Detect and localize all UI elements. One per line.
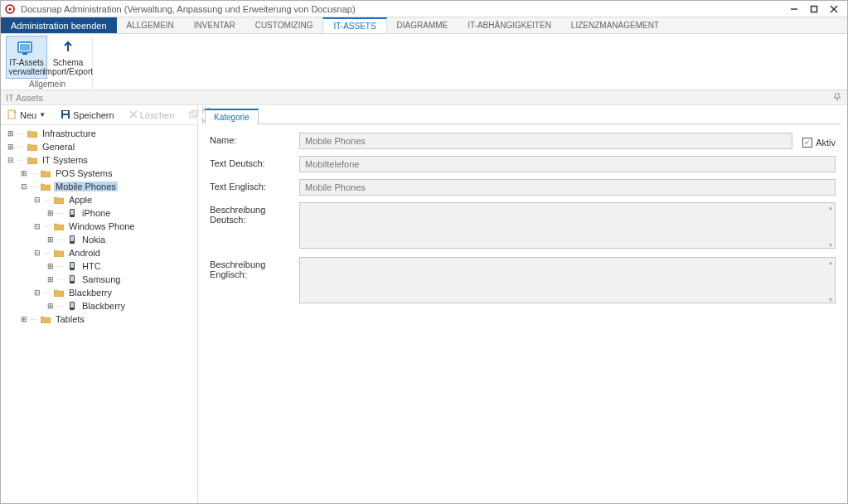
folder-icon: [53, 249, 65, 257]
expand-icon[interactable]: ⊞: [19, 315, 28, 324]
tree-item-label: Windows Phone: [67, 221, 137, 231]
desc-en-textarea[interactable]: [299, 257, 836, 303]
section-title: IT Assets: [6, 93, 43, 103]
tree-view[interactable]: ⊞⋯Infrastructure⊞⋯General⊟⋯IT Systems⊞⋯P…: [1, 125, 197, 503]
expand-icon[interactable]: ⊞: [6, 129, 15, 138]
tree-item[interactable]: ⊞⋯General: [2, 140, 196, 153]
collapse-icon[interactable]: ⊟: [6, 156, 15, 165]
ribbon-tab-inventar[interactable]: INVENTAR: [184, 17, 245, 33]
it-assets-verwalten-button[interactable]: IT-Assets verwalten: [6, 36, 47, 79]
pin-icon[interactable]: [834, 93, 841, 103]
expand-icon[interactable]: ⊞: [46, 235, 55, 245]
svg-rect-8: [22, 53, 27, 55]
ribbon-group-allgemein: IT-Assets verwalten Schema Import/Export…: [2, 36, 93, 90]
neu-button[interactable]: Neu ▼: [4, 108, 49, 123]
tab-kategorie[interactable]: Kategorie: [205, 109, 259, 124]
tree-item[interactable]: ⊟⋯Windows Phone: [2, 220, 196, 233]
folder-icon: [27, 129, 38, 138]
collapse-icon[interactable]: ⊟: [32, 222, 41, 231]
tree-item[interactable]: ⊟⋯IT Systems: [2, 153, 196, 167]
ribbon-tab-diagramme[interactable]: DIAGRAMME: [387, 17, 458, 33]
tree-item[interactable]: ⊞⋯HTC: [2, 259, 196, 273]
svg-rect-12: [63, 115, 68, 119]
collapse-icon[interactable]: ⊟: [32, 196, 41, 205]
app-icon: [4, 3, 16, 15]
collapse-icon[interactable]: ⊟: [19, 182, 28, 191]
maximize-button[interactable]: [804, 1, 824, 17]
name-input[interactable]: [299, 133, 792, 149]
speichern-label: Speichern: [73, 110, 114, 120]
class-icon: [66, 235, 78, 245]
class-icon: [66, 208, 78, 218]
speichern-button[interactable]: Speichern: [57, 108, 118, 123]
ribbon-tab-lizenzmanagement[interactable]: LIZENZMANAGEMENT: [561, 17, 669, 33]
manage-icon: [17, 38, 36, 58]
expand-icon[interactable]: ⊞: [46, 275, 55, 284]
expand-icon[interactable]: ⊞: [46, 262, 55, 271]
text-de-label: Text Deutsch:: [210, 156, 293, 168]
tree-toolbar: Neu ▼ Speichern Löschen Klasse klonen: [1, 105, 197, 125]
tree-item[interactable]: ⊞⋯POS Systems: [2, 167, 196, 180]
loeschen-button: Löschen: [126, 109, 178, 122]
desc-en-label: Beschreibung Englisch:: [210, 257, 293, 279]
tree-item-label: Blackberry: [67, 288, 114, 298]
class-icon: [66, 301, 78, 311]
collapse-icon[interactable]: ⊟: [32, 288, 41, 298]
ribbon-tab-customizing[interactable]: CUSTOMIZING: [245, 17, 323, 33]
tree-item[interactable]: ⊞⋯Nokia: [2, 233, 196, 246]
ribbon-tab-it-assets[interactable]: IT-ASSETS: [322, 17, 386, 33]
class-icon: [66, 274, 78, 284]
aktiv-checkbox[interactable]: ✓ Aktiv: [802, 135, 836, 148]
expand-icon[interactable]: ⊞: [19, 169, 28, 178]
desc-de-textarea[interactable]: [299, 202, 836, 249]
svg-rect-18: [70, 210, 74, 215]
admin-beenden-button[interactable]: Administration beenden: [1, 17, 117, 33]
collapse-icon[interactable]: ⊟: [32, 249, 41, 258]
schema-import-export-button[interactable]: Schema Import/Export: [47, 36, 89, 79]
tree-item[interactable]: ⊞⋯Blackberry: [2, 299, 196, 313]
folder-icon: [27, 156, 38, 164]
tree-item[interactable]: ⊞⋯Tablets: [2, 313, 196, 326]
tree-item[interactable]: ⊟⋯Apple: [2, 193, 196, 206]
ribbon-tabs: Administration beenden ALLGEMEININVENTAR…: [1, 17, 847, 34]
property-form: Name: ✓ Aktiv Text Deutsch: Text Englisc…: [205, 124, 841, 313]
tree-item[interactable]: ⊞⋯iPhone: [2, 206, 196, 220]
section-header: IT Assets: [1, 90, 847, 105]
expand-icon[interactable]: ⊞: [46, 209, 55, 218]
ribbon-tab-allgemein[interactable]: ALLGEMEIN: [117, 17, 184, 33]
ribbon-tab-it-abhängigkeiten[interactable]: IT-ABHÄNGIGKEITEN: [458, 17, 561, 33]
tree-item[interactable]: ⊟⋯Blackberry: [2, 286, 196, 299]
text-en-input[interactable]: [299, 179, 836, 196]
new-icon: [7, 109, 17, 121]
svg-rect-22: [70, 263, 74, 268]
tree-item[interactable]: ⊞⋯Samsung: [2, 273, 196, 286]
tree-item-label: General: [41, 142, 76, 152]
right-panel: Kategorie Name: ✓ Aktiv Text Deutsch: Te…: [198, 105, 847, 503]
tree-item[interactable]: ⊟⋯Android: [2, 246, 196, 259]
close-button[interactable]: [824, 1, 844, 17]
tree-item-label: IT Systems: [41, 155, 90, 165]
svg-point-1: [9, 7, 12, 10]
checkbox-icon: ✓: [802, 138, 812, 148]
expand-icon[interactable]: ⊞: [6, 143, 15, 152]
minimize-button[interactable]: [784, 1, 804, 17]
tree-item[interactable]: ⊟⋯Mobile Phones: [2, 180, 196, 193]
titlebar: Docusnap Administration (Verwaltung, Anp…: [1, 1, 847, 17]
import-export-icon: [58, 38, 78, 58]
aktiv-label: Aktiv: [816, 138, 836, 148]
svg-rect-7: [20, 44, 30, 51]
ribbon-btn-label: Schema Import/Export: [43, 58, 93, 76]
class-icon: [66, 261, 78, 271]
expand-icon[interactable]: ⊞: [46, 302, 55, 311]
tree-item[interactable]: ⊞⋯Infrastructure: [2, 127, 196, 140]
tree-item-label: Android: [67, 248, 102, 258]
text-de-input[interactable]: [299, 156, 836, 172]
left-panel: Neu ▼ Speichern Löschen Klasse klonen ⊞⋯…: [1, 105, 198, 503]
text-en-label: Text Englisch:: [210, 179, 293, 191]
tree-item-label: HTC: [80, 261, 103, 271]
tree-item-label: Infrastructure: [41, 128, 98, 138]
folder-icon: [53, 288, 65, 297]
name-label: Name:: [210, 133, 293, 145]
svg-rect-3: [812, 6, 817, 12]
tree-item-label: Samsung: [80, 274, 122, 284]
